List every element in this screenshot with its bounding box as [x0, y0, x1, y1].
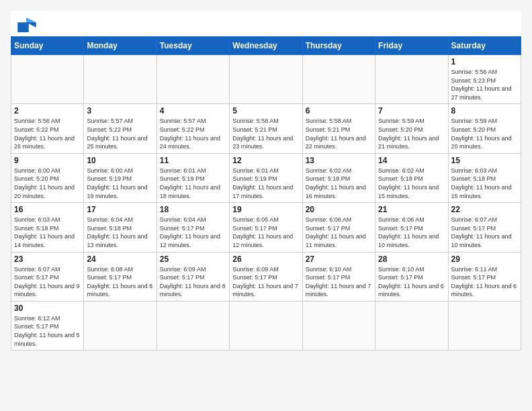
cell-info: Daylight: 11 hours and 6 minutes. — [378, 282, 445, 299]
calendar-cell: 2Sunrise: 5:56 AMSunset: 5:22 PMDaylight… — [11, 104, 84, 153]
calendar-cell: 20Sunrise: 6:06 AMSunset: 5:17 PMDayligh… — [302, 203, 375, 252]
calendar-cell: 29Sunrise: 6:11 AMSunset: 5:17 PMDayligh… — [448, 252, 521, 301]
day-number: 5 — [232, 106, 299, 116]
cell-info: Sunrise: 6:09 AM — [232, 265, 299, 274]
week-row-5: 23Sunrise: 6:07 AMSunset: 5:17 PMDayligh… — [11, 252, 521, 301]
week-row-6: 30Sunrise: 6:12 AMSunset: 5:17 PMDayligh… — [11, 301, 521, 350]
calendar-cell: 5Sunrise: 5:58 AMSunset: 5:21 PMDaylight… — [230, 104, 302, 153]
cell-info: Sunset: 5:22 PM — [160, 126, 226, 134]
cell-info: Sunset: 5:17 PM — [87, 273, 153, 282]
cell-info: Sunset: 5:18 PM — [306, 175, 372, 183]
cell-info: Sunrise: 6:04 AM — [160, 216, 226, 224]
cell-info: Sunrise: 6:09 AM — [160, 265, 226, 274]
calendar-cell: 6Sunrise: 5:58 AMSunset: 5:21 PMDaylight… — [302, 104, 375, 153]
cell-info: Sunset: 5:17 PM — [160, 273, 226, 282]
calendar-cell: 15Sunrise: 6:03 AMSunset: 5:18 PMDayligh… — [448, 153, 521, 202]
day-number: 18 — [160, 205, 226, 214]
calendar-cell: 27Sunrise: 6:10 AMSunset: 5:17 PMDayligh… — [302, 252, 375, 301]
day-number: 6 — [306, 106, 372, 116]
day-number: 25 — [160, 255, 226, 264]
day-number: 8 — [451, 106, 518, 116]
weekday-header-row: SundayMondayTuesdayWednesdayThursdayFrid… — [11, 37, 521, 55]
cell-info: Sunrise: 6:10 AM — [378, 265, 445, 274]
cell-info: Sunrise: 6:00 AM — [87, 167, 153, 175]
svg-marker-1 — [26, 17, 36, 22]
cell-info: Daylight: 11 hours and 16 minutes. — [306, 183, 372, 200]
calendar-cell: 30Sunrise: 6:12 AMSunset: 5:17 PMDayligh… — [11, 301, 84, 350]
cell-info: Sunrise: 6:12 AM — [14, 314, 81, 323]
day-number: 13 — [306, 156, 372, 165]
week-row-4: 16Sunrise: 6:03 AMSunset: 5:18 PMDayligh… — [11, 203, 521, 252]
weekday-header-thursday: Thursday — [302, 37, 375, 55]
cell-info: Daylight: 11 hours and 15 minutes. — [378, 183, 445, 200]
day-number: 2 — [14, 106, 81, 116]
calendar-cell: 9Sunrise: 6:00 AMSunset: 5:20 PMDaylight… — [11, 153, 84, 202]
logo-icon — [17, 17, 36, 32]
cell-info: Sunrise: 5:59 AM — [378, 117, 445, 126]
cell-info: Daylight: 11 hours and 23 minutes. — [232, 134, 299, 151]
calendar-cell: 18Sunrise: 6:04 AMSunset: 5:17 PMDayligh… — [157, 203, 229, 252]
day-number: 26 — [232, 255, 299, 264]
cell-info: Sunset: 5:17 PM — [14, 322, 81, 331]
cell-info: Sunrise: 5:56 AM — [451, 68, 518, 77]
cell-info: Sunset: 5:18 PM — [451, 175, 518, 183]
day-number: 24 — [87, 255, 153, 264]
cell-info: Sunset: 5:23 PM — [451, 77, 518, 85]
day-number: 14 — [378, 156, 445, 165]
cell-info: Daylight: 11 hours and 20 minutes. — [451, 134, 518, 151]
day-number: 21 — [378, 205, 445, 214]
cell-info: Daylight: 11 hours and 10 minutes. — [451, 232, 518, 249]
cell-info: Sunset: 5:22 PM — [87, 126, 153, 134]
weekday-header-wednesday: Wednesday — [230, 37, 302, 55]
cell-info: Sunrise: 6:06 AM — [306, 216, 372, 224]
svg-rect-0 — [17, 22, 29, 32]
cell-info: Daylight: 11 hours and 14 minutes. — [14, 232, 81, 249]
calendar-cell: 8Sunrise: 5:59 AMSunset: 5:20 PMDaylight… — [448, 104, 521, 153]
day-number: 29 — [451, 255, 518, 264]
cell-info: Daylight: 11 hours and 7 minutes. — [306, 282, 372, 299]
cell-info: Sunrise: 6:03 AM — [451, 167, 518, 175]
day-number: 7 — [378, 106, 445, 116]
calendar-cell — [84, 55, 157, 104]
calendar-cell: 22Sunrise: 6:07 AMSunset: 5:17 PMDayligh… — [448, 203, 521, 252]
calendar-cell: 21Sunrise: 6:06 AMSunset: 5:17 PMDayligh… — [375, 203, 448, 252]
weekday-header-saturday: Saturday — [448, 37, 521, 55]
cell-info: Sunset: 5:17 PM — [232, 273, 299, 282]
day-number: 12 — [232, 156, 299, 165]
cell-info: Sunrise: 6:04 AM — [87, 216, 153, 224]
day-number: 19 — [232, 205, 299, 214]
cell-info: Sunrise: 6:06 AM — [378, 216, 445, 224]
header — [11, 11, 521, 36]
cell-info: Sunset: 5:20 PM — [451, 126, 518, 134]
calendar-cell — [375, 55, 448, 104]
calendar-cell: 1Sunrise: 5:56 AMSunset: 5:23 PMDaylight… — [448, 55, 521, 104]
calendar-cell: 7Sunrise: 5:59 AMSunset: 5:20 PMDaylight… — [375, 104, 448, 153]
day-number: 16 — [14, 205, 81, 214]
cell-info: Sunset: 5:20 PM — [14, 175, 81, 183]
cell-info: Daylight: 11 hours and 18 minutes. — [160, 183, 226, 200]
calendar-cell: 23Sunrise: 6:07 AMSunset: 5:17 PMDayligh… — [11, 252, 84, 301]
cell-info: Daylight: 11 hours and 12 minutes. — [232, 232, 299, 249]
cell-info: Sunrise: 5:56 AM — [14, 117, 81, 126]
cell-info: Sunset: 5:19 PM — [87, 175, 153, 183]
cell-info: Sunset: 5:22 PM — [14, 126, 81, 134]
cell-info: Sunset: 5:17 PM — [306, 273, 372, 282]
calendar-cell — [157, 55, 229, 104]
cell-info: Sunset: 5:17 PM — [378, 224, 445, 233]
calendar-cell: 12Sunrise: 6:01 AMSunset: 5:19 PMDayligh… — [230, 153, 302, 202]
cell-info: Sunrise: 5:57 AM — [160, 117, 226, 126]
logo — [17, 17, 39, 32]
calendar-cell: 16Sunrise: 6:03 AMSunset: 5:18 PMDayligh… — [11, 203, 84, 252]
cell-info: Sunset: 5:19 PM — [232, 175, 299, 183]
day-number: 27 — [306, 255, 372, 264]
calendar-cell — [230, 301, 302, 350]
calendar-cell — [157, 301, 229, 350]
calendar-cell: 17Sunrise: 6:04 AMSunset: 5:18 PMDayligh… — [84, 203, 157, 252]
day-number: 3 — [87, 106, 153, 116]
cell-info: Sunrise: 5:57 AM — [87, 117, 153, 126]
cell-info: Sunrise: 6:05 AM — [232, 216, 299, 224]
cell-info: Daylight: 11 hours and 5 minutes. — [14, 331, 81, 348]
cell-info: Daylight: 11 hours and 20 minutes. — [14, 183, 81, 200]
cell-info: Sunrise: 5:58 AM — [306, 117, 372, 126]
calendar-cell: 26Sunrise: 6:09 AMSunset: 5:17 PMDayligh… — [230, 252, 302, 301]
